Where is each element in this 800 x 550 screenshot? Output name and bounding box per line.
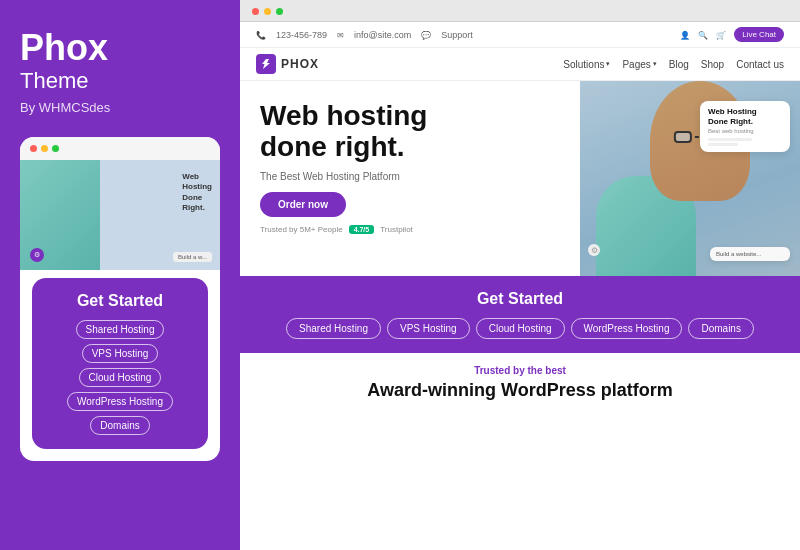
topbar-support: Support [441,30,473,40]
gear-icon: ⚙ [588,244,600,256]
mobile-pill-wordpress[interactable]: WordPress Hosting [67,392,173,411]
site-logo: PHOX [256,54,319,74]
mobile-pill-cloud[interactable]: Cloud Hosting [79,368,162,387]
dot-green [52,145,59,152]
hero-image: Web Hosting Done Right. Best web hosting… [580,81,800,276]
float-card-title: Web Hosting Done Right. [708,107,782,126]
float-card-sub: Best web hosting [708,128,782,134]
gs-pills: Shared Hosting VPS Hosting Cloud Hosting… [260,318,780,339]
brand-title: Phox [20,30,108,66]
rating-badge: 4.7/5 [349,225,375,234]
nav-shop[interactable]: Shop [701,59,724,70]
hero-heading: Web hosting done right. [260,101,560,163]
email-icon [337,30,344,40]
browser-dot-red [252,8,259,15]
dot-red [30,145,37,152]
support-icon [421,30,431,40]
hero-text: Web hosting done right. The Best Web Hos… [240,81,580,276]
chevron-down-icon: ▾ [606,60,610,68]
gs-pill-cloud[interactable]: Cloud Hosting [476,318,565,339]
nav-solutions[interactable]: Solutions ▾ [563,59,610,70]
hero-float-card-1: Web Hosting Done Right. Best web hosting [700,101,790,152]
cart-icon[interactable] [716,30,726,40]
brand-by: By WHMCSdes [20,100,110,115]
mobile-get-started-title: Get Started [44,292,196,310]
browser-dot-yellow [264,8,271,15]
gs-title: Get Started [260,290,780,308]
dot-yellow [41,145,48,152]
topbar-email: info@site.com [354,30,411,40]
browser-dot-green [276,8,283,15]
search-icon[interactable] [698,30,708,40]
award-title: Award-winning WordPress platform [260,380,780,401]
award-badge: Trusted by the best [260,365,780,376]
website-content: 123-456-789 info@site.com Support Live C… [240,22,800,550]
mobile-hosting-pills: Shared Hosting VPS Hosting Cloud Hosting… [44,320,196,435]
hero-float-card-2: Build a website... [710,247,790,261]
site-hero: Web hosting done right. The Best Web Hos… [240,81,800,276]
order-now-button[interactable]: Order now [260,192,346,217]
logo-text: PHOX [281,57,319,71]
phone-icon [256,30,266,40]
person-icon [680,30,690,40]
hero-subtext: The Best Web Hosting Platform [260,171,560,182]
gs-pill-wordpress[interactable]: WordPress Hosting [571,318,683,339]
mobile-hero-image: Web Hosting Done Right. Build a w... ⚙ [20,160,220,270]
mobile-card: Build a w... [173,252,212,262]
right-panel: 123-456-789 info@site.com Support Live C… [240,0,800,550]
hero-trusted: Trusted by 5M+ People 4.7/5 Trustpilot [260,225,560,234]
mobile-hero-text: Web Hosting Done Right. [182,172,212,214]
nav-blog[interactable]: Blog [669,59,689,70]
live-chat-button[interactable]: Live Chat [734,27,784,42]
site-navbar: PHOX Solutions ▾ Pages ▾ Blog Shop Conta… [240,48,800,81]
mobile-pill-shared[interactable]: Shared Hosting [76,320,165,339]
mobile-preview: Web Hosting Done Right. Build a w... ⚙ G… [20,137,220,461]
mobile-pill-domains[interactable]: Domains [90,416,149,435]
gs-pill-vps[interactable]: VPS Hosting [387,318,470,339]
nav-pages[interactable]: Pages ▾ [622,59,656,70]
chevron-down-icon-2: ▾ [653,60,657,68]
mobile-settings-icon: ⚙ [30,248,44,262]
browser-chrome [240,0,800,22]
left-panel: Phox Theme By WHMCSdes Web Hosting Done … [0,0,240,550]
mobile-get-started-card: Get Started Shared Hosting VPS Hosting C… [32,278,208,449]
mobile-preview-header [20,137,220,160]
topbar-left: 123-456-789 info@site.com Support [256,30,473,40]
mobile-pill-vps[interactable]: VPS Hosting [82,344,159,363]
award-section: Trusted by the best Award-winning WordPr… [240,353,800,409]
site-nav-links: Solutions ▾ Pages ▾ Blog Shop Contact us [563,59,784,70]
topbar-right: Live Chat [680,27,784,42]
get-started-section: Get Started Shared Hosting VPS Hosting C… [240,276,800,353]
gs-pill-domains[interactable]: Domains [688,318,753,339]
topbar-phone: 123-456-789 [276,30,327,40]
nav-contact[interactable]: Contact us [736,59,784,70]
logo-icon [256,54,276,74]
gs-pill-shared[interactable]: Shared Hosting [286,318,381,339]
brand-subtitle: Theme [20,68,88,94]
site-topbar: 123-456-789 info@site.com Support Live C… [240,22,800,48]
